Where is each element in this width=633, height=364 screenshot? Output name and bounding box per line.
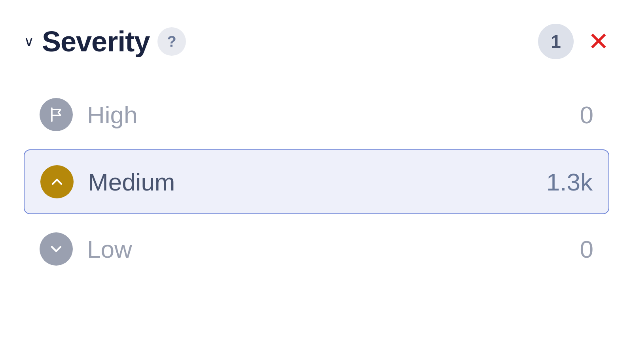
chevron-down-icon [47, 240, 65, 258]
filter-item-medium-left: Medium [40, 165, 175, 198]
severity-filter-panel: ∨ Severity ? 1 ✕ High [24, 24, 609, 284]
medium-severity-icon [40, 165, 74, 198]
filter-title: Severity [42, 25, 150, 58]
filter-item-high-left: High [40, 98, 138, 131]
collapse-chevron-icon[interactable]: ∨ [24, 34, 34, 49]
help-button[interactable]: ? [157, 27, 186, 56]
clear-filter-button[interactable]: ✕ [588, 29, 609, 54]
high-label: High [87, 101, 138, 129]
help-icon: ? [167, 33, 176, 50]
active-filter-count-badge: 1 [538, 24, 574, 59]
flag-icon [47, 106, 65, 123]
filter-item-medium[interactable]: Medium 1.3k [24, 149, 609, 214]
high-count: 0 [580, 101, 593, 129]
filter-item-low[interactable]: Low 0 [24, 217, 609, 281]
high-severity-icon [40, 98, 73, 131]
medium-label: Medium [88, 168, 175, 196]
filter-header-right: 1 ✕ [538, 24, 609, 59]
chevron-up-icon [48, 173, 66, 190]
filter-header: ∨ Severity ? 1 ✕ [24, 24, 609, 59]
filter-items-list: High 0 Medium 1.3k [24, 83, 609, 284]
active-filter-count: 1 [551, 31, 561, 52]
low-label: Low [87, 235, 132, 263]
filter-item-high[interactable]: High 0 [24, 83, 609, 146]
filter-item-low-left: Low [40, 232, 132, 266]
medium-count: 1.3k [546, 168, 593, 196]
filter-header-left: ∨ Severity ? [24, 25, 186, 58]
low-severity-icon [40, 232, 73, 266]
low-count: 0 [580, 235, 593, 263]
